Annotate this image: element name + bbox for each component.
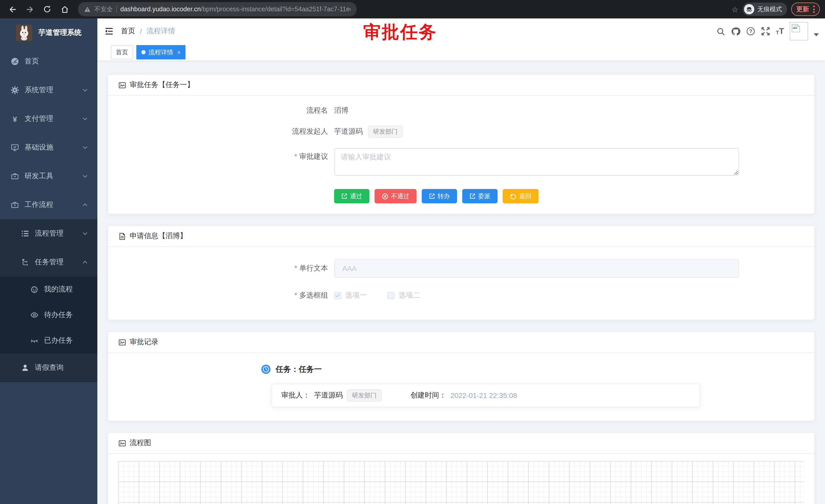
checkbox-checked-icon bbox=[334, 292, 341, 299]
url-text[interactable]: dashboard.yudao.iocoder.cn/bpm/process-i… bbox=[121, 6, 351, 13]
monitor-icon bbox=[10, 144, 19, 152]
sidebar-item-task-mgmt[interactable]: 任务管理 bbox=[0, 248, 97, 276]
process-diagram-card: 流程图 bbox=[107, 432, 815, 504]
toolbox-icon bbox=[10, 172, 19, 180]
top-navbar: 首页 / 流程详情 审批任务 ? bbox=[97, 18, 825, 44]
browser-menu-icon[interactable] bbox=[813, 6, 815, 13]
chevron-up-icon bbox=[82, 202, 88, 208]
card-title: 流程图 bbox=[130, 438, 151, 448]
sidebar-item-pay[interactable]: ¥ 支付管理 bbox=[0, 104, 97, 133]
approver-value: 芋道源码 bbox=[314, 391, 343, 400]
picture-icon bbox=[119, 81, 126, 89]
approval-record-card: 审批记录 任务：任务一 审批人：芋道源码 研发部门 bbox=[107, 331, 815, 421]
eye-closed-icon bbox=[30, 337, 39, 345]
checkbox-option-2[interactable]: 选项二 bbox=[387, 291, 420, 300]
edit-icon bbox=[429, 193, 435, 199]
page-content: 审批任务【任务一】 流程名 滔博 流程发起人 芋道源码 研发部门 bbox=[97, 61, 825, 504]
picture-icon bbox=[119, 439, 126, 447]
checkbox-option-1[interactable]: 选项一 bbox=[334, 291, 367, 300]
sidebar-item-system[interactable]: 系统管理 bbox=[0, 76, 97, 104]
advice-textarea[interactable] bbox=[334, 148, 739, 176]
sidebar-item-home[interactable]: 首页 bbox=[0, 47, 97, 76]
breadcrumb-home[interactable]: 首页 bbox=[121, 27, 135, 36]
home-button[interactable] bbox=[57, 2, 72, 16]
incognito-icon bbox=[744, 4, 754, 14]
fullscreen-icon[interactable] bbox=[761, 27, 770, 36]
process-name-label: 流程名 bbox=[119, 106, 334, 115]
browser-update-button[interactable]: 更新 bbox=[791, 3, 820, 16]
reject-button[interactable]: 不通过 bbox=[375, 189, 417, 203]
refresh-icon bbox=[510, 193, 517, 199]
sidebar-item-leave-query[interactable]: 请假查询 bbox=[0, 353, 97, 382]
sidebar-item-workflow[interactable]: 工作流程 bbox=[0, 190, 97, 219]
approver-label: 审批人： bbox=[281, 391, 310, 400]
approve-button[interactable]: 通过 bbox=[334, 189, 369, 203]
avatar[interactable] bbox=[790, 22, 808, 40]
chevron-up-icon bbox=[82, 259, 88, 265]
create-time-label: 创建时间： bbox=[410, 391, 446, 400]
search-icon[interactable] bbox=[717, 27, 725, 35]
dashboard-icon bbox=[10, 57, 19, 66]
eye-open-icon bbox=[30, 311, 39, 319]
breadcrumb: 首页 / 流程详情 bbox=[121, 27, 175, 36]
user-icon bbox=[20, 364, 30, 372]
gear-icon bbox=[10, 86, 19, 94]
chevron-down-icon bbox=[82, 87, 88, 93]
github-icon[interactable] bbox=[731, 26, 740, 36]
advice-label: 审批建议 bbox=[119, 148, 334, 161]
bookmark-star-icon[interactable]: ☆ bbox=[732, 5, 738, 13]
security-label[interactable]: 不安全 bbox=[94, 5, 113, 14]
create-time-value: 2022-01-21 22:35:08 bbox=[450, 391, 517, 400]
single-text-input[interactable] bbox=[334, 259, 739, 278]
active-dot-icon bbox=[141, 50, 146, 54]
task-title: 任务：任务一 bbox=[276, 364, 322, 374]
single-text-label: 单行文本 bbox=[119, 264, 334, 273]
dept-tag: 研发部门 bbox=[347, 389, 382, 402]
avatar-dropdown-caret-icon[interactable] bbox=[814, 33, 819, 36]
red-annotation-text: 审批任务 bbox=[363, 20, 437, 44]
chevron-down-icon bbox=[82, 173, 88, 179]
chevron-down-icon bbox=[82, 231, 88, 237]
edit-icon bbox=[341, 193, 348, 199]
initiator-value: 芋道源码 bbox=[334, 127, 363, 136]
tree-icon bbox=[20, 258, 30, 266]
return-button[interactable]: 退回 bbox=[503, 189, 538, 203]
sidebar-collapse-button[interactable] bbox=[104, 27, 114, 36]
sidebar-item-devtools[interactable]: 研发工具 bbox=[0, 162, 97, 190]
chevron-down-icon bbox=[82, 145, 88, 151]
checkbox-group-label: 多选框组 bbox=[119, 291, 334, 300]
sidebar-item-done-tasks[interactable]: 已办任务 bbox=[0, 328, 97, 353]
picture-icon bbox=[119, 338, 126, 346]
toolbox-icon bbox=[10, 201, 19, 209]
bpmn-diagram-canvas[interactable] bbox=[119, 461, 804, 504]
sidebar-item-todo-tasks[interactable]: 待办任务 bbox=[0, 302, 97, 328]
reload-button[interactable] bbox=[40, 2, 54, 16]
record-row: 审批人：芋道源码 研发部门 创建时间： 2022-01-21 22:35:08 bbox=[272, 384, 700, 407]
sidebar-item-my-process[interactable]: 我的流程 bbox=[0, 276, 97, 302]
chevron-down-icon bbox=[82, 116, 88, 122]
font-size-icon[interactable]: TT bbox=[776, 27, 784, 35]
warning-icon bbox=[84, 6, 91, 12]
incognito-badge: 无痕模式 bbox=[743, 3, 787, 16]
back-button[interactable] bbox=[5, 2, 19, 16]
close-icon[interactable]: × bbox=[177, 49, 180, 55]
help-icon[interactable]: ? bbox=[746, 27, 755, 36]
tab-home[interactable]: 首页 bbox=[111, 45, 133, 60]
tab-process-detail[interactable]: 流程详情 × bbox=[136, 45, 186, 60]
address-bar[interactable]: 不安全 dashboard.yudao.iocoder.cn/bpm/proce… bbox=[78, 2, 357, 16]
delegate-button[interactable]: 委派 bbox=[462, 189, 498, 203]
apply-info-card: 申请信息【滔博】 单行文本 多选框组 选项一 bbox=[107, 225, 815, 320]
app-logo-row[interactable]: 芋道管理系统 bbox=[0, 18, 97, 47]
app-title: 芋道管理系统 bbox=[39, 28, 81, 37]
sidebar-item-infra[interactable]: 基础设施 bbox=[0, 133, 97, 162]
sidebar-item-process-mgmt[interactable]: 流程管理 bbox=[0, 219, 97, 248]
checkbox-unchecked-icon bbox=[387, 292, 394, 299]
yen-icon: ¥ bbox=[10, 114, 19, 123]
initiator-label: 流程发起人 bbox=[119, 127, 334, 136]
divider bbox=[116, 6, 117, 13]
forward-button[interactable] bbox=[22, 2, 37, 16]
process-name-value: 滔博 bbox=[334, 106, 349, 115]
card-title: 审批任务【任务一】 bbox=[130, 80, 194, 90]
transfer-button[interactable]: 转办 bbox=[422, 189, 457, 203]
card-title: 审批记录 bbox=[130, 338, 158, 347]
